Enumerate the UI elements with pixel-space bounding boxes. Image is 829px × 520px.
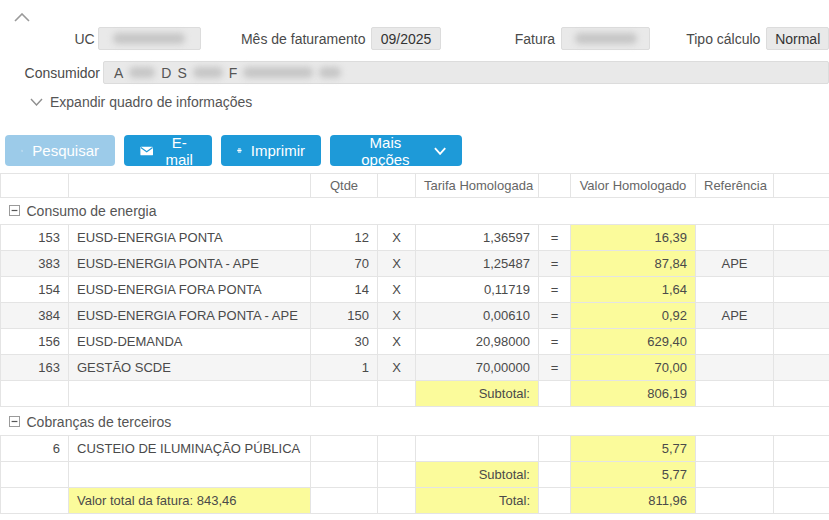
collapse-panel-icon[interactable] [14,8,30,26]
consumidor-label: Consumidor [0,65,100,81]
section-terceiros-title: Cobranças de terceiros [27,414,172,430]
fee-multiplier: X [378,251,416,277]
fee-reference: APE [696,303,774,329]
fee-row: 154 EUSD-ENERGIA FORA PONTA 14 X 0,11719… [1,277,829,303]
consumidor-redacted [193,67,223,78]
fee-description: GESTÃO SCDE [69,355,311,381]
section-terceiros-toggle[interactable]: Cobranças de terceiros [9,414,172,430]
fee-multiplier: X [378,329,416,355]
consumidor-initial: D [161,65,171,81]
collapse-box-icon [9,205,20,216]
subtotal-row-consumo: Subtotal: 806,19 [1,381,829,407]
fatura-input[interactable] [561,27,650,50]
consumidor-redacted [319,67,341,78]
envelope-icon [140,145,153,157]
tipo-calculo-input[interactable]: Normal [766,27,829,50]
fee-code: 384 [1,303,69,329]
fee-qty: 12 [311,225,378,251]
fatura-screen: UC Mês de faturamento 09/2025 Fatura Tip… [0,0,829,520]
fee-row: 383 EUSD-ENERGIA PONTA - APE 70 X 1,2548… [1,251,829,277]
total-row: Valor total da fatura: 843,46 Total: 811… [1,488,829,514]
consumidor-initial: S [177,65,186,81]
fee-row: 163 GESTÃO SCDE 1 X 70,00000 = 70,00 [1,355,829,381]
consumidor-input[interactable]: A D S F [103,61,829,84]
tipo-calculo-label: Tipo cálculo [686,31,760,47]
email-button[interactable]: E-mail [124,135,212,166]
header-form: UC Mês de faturamento 09/2025 Fatura Tip… [0,0,829,110]
toolbar: Pesquisar E-mail Imprimir Mais opções [0,135,829,166]
subtotal-value: 806,19 [571,381,696,407]
col-tarifa-header: Tarifa Homologada [416,174,539,198]
fee-extra [774,277,829,303]
section-consumo-toggle[interactable]: Consumo de energia [9,203,157,219]
mes-faturamento-input[interactable]: 09/2025 [371,27,440,50]
pesquisar-label: Pesquisar [32,142,99,159]
pesquisar-button[interactable]: Pesquisar [5,135,115,166]
mes-faturamento-label: Mês de faturamento [241,31,366,47]
fee-tariff: 0,11719 [416,277,539,303]
fee-code: 383 [1,251,69,277]
mais-opcoes-button[interactable]: Mais opções [330,135,462,166]
fee-qty: 1 [311,355,378,381]
fee-reference [696,329,774,355]
consumidor-redacted [243,67,313,78]
fee-reference [696,355,774,381]
fee-reference [696,277,774,303]
fee-amount: 87,84 [571,251,696,277]
consumidor-redacted [129,67,155,78]
fee-tariff: 1,36597 [416,225,539,251]
search-icon [21,143,23,159]
fee-code: 156 [1,329,69,355]
chevron-down-icon [434,147,446,155]
email-label: E-mail [162,134,196,168]
subtotal-label: Subtotal: [416,462,539,488]
subtotal-value: 5,77 [571,462,696,488]
imprimir-label: Imprimir [251,142,305,159]
fee-reference: APE [696,251,774,277]
col-extra-header [774,174,829,198]
fee-code: 153 [1,225,69,251]
fee-qty: 14 [311,277,378,303]
fee-equals: = [539,251,571,277]
section-terceiros: Cobranças de terceiros [1,407,829,436]
fee-equals: = [539,329,571,355]
col-code-header [1,174,69,198]
total-label: Total: [416,488,539,514]
fatura-items-table: Qtde Tarifa Homologada Valor Homologado … [0,173,829,514]
col-qtde-header: Qtde [311,174,378,198]
fee-tariff: 0,00610 [416,303,539,329]
fatura-label: Fatura [515,31,555,47]
col-desc-header [69,174,311,198]
imprimir-button[interactable]: Imprimir [221,135,321,166]
col-valor-header: Valor Homologado [571,174,696,198]
fee-extra [774,355,829,381]
fee-qty: 30 [311,329,378,355]
section-consumo-title: Consumo de energia [27,203,157,219]
fee-code: 154 [1,277,69,303]
fee-code: 6 [1,436,69,462]
fee-row: 153 EUSD-ENERGIA PONTA 12 X 1,36597 = 16… [1,225,829,251]
uc-label: UC [0,31,95,47]
fee-extra [774,225,829,251]
printer-icon [237,143,242,158]
fee-qty: 150 [311,303,378,329]
fee-amount: 629,40 [571,329,696,355]
fee-code: 163 [1,355,69,381]
consumidor-initial: F [229,65,238,81]
fee-multiplier: X [378,303,416,329]
fee-amount: 5,77 [571,436,696,462]
fee-qty: 70 [311,251,378,277]
uc-input[interactable] [98,27,201,50]
fee-equals: = [539,303,571,329]
fee-equals: = [539,277,571,303]
fee-multiplier: X [378,225,416,251]
expand-info-link[interactable]: Expandir quadro de informações [30,94,252,110]
fee-description: CUSTEIO DE ILUMINAÇÃO PÚBLICA [69,436,311,462]
fee-description: EUSD-ENERGIA PONTA - APE [69,251,311,277]
total-value: 811,96 [571,488,696,514]
subtotal-label: Subtotal: [416,381,539,407]
subtotal-row-terceiros: Subtotal: 5,77 [1,462,829,488]
fee-tariff: 20,98000 [416,329,539,355]
fee-description: EUSD-ENERGIA FORA PONTA [69,277,311,303]
fee-reference [696,225,774,251]
